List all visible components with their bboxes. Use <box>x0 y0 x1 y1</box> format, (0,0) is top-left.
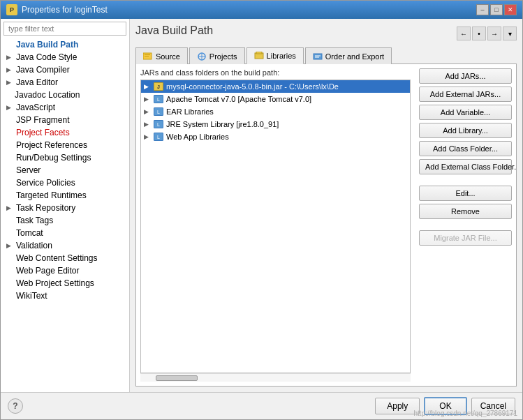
sidebar-item-label: Java Code Style <box>16 52 77 62</box>
tree-item-mysql[interactable]: ▶ J mysql-connector-java-5.0.8-bin.jar -… <box>141 80 410 93</box>
add-library-button[interactable]: Add Library... <box>419 123 512 138</box>
sidebar-item-javadoc-location[interactable]: Javadoc Location <box>1 89 129 101</box>
sidebar-item-tomcat[interactable]: Tomcat <box>1 227 129 239</box>
sidebar-item-service-policies[interactable]: Service Policies <box>1 177 129 189</box>
sidebar-item-label: Java Editor <box>16 77 58 87</box>
sidebar-item-label: WikiText <box>16 291 47 301</box>
sidebar-item-task-tags[interactable]: Task Tags <box>1 214 129 227</box>
panel-header: Java Build Path ← • → ▾ <box>135 24 517 43</box>
sidebar-item-project-facets[interactable]: Project Facets <box>1 126 129 139</box>
sidebar-item-server[interactable]: Server <box>1 164 129 177</box>
main-panel: Java Build Path ← • → ▾ Source <box>130 19 522 392</box>
title-controls: – □ ✕ <box>476 4 517 15</box>
tree-item-jre[interactable]: ▶ L JRE System Library [jre1.8.0_91] <box>141 118 410 130</box>
title-bar-left: P Properties for loginTest <box>6 4 108 15</box>
horizontal-scrollbar[interactable] <box>140 373 411 382</box>
add-jars-button[interactable]: Add JARs... <box>419 68 512 84</box>
tab-libraries[interactable]: Libraries <box>246 47 304 64</box>
sidebar-item-label: Validation <box>16 241 52 250</box>
tab-source-label: Source <box>156 52 180 61</box>
nav-back-button[interactable]: ← <box>457 27 471 40</box>
sidebar-item-label: JSP Fragment <box>16 115 69 125</box>
sidebar-item-javascript[interactable]: ▶ JavaScript <box>1 101 129 114</box>
sidebar-item-project-references[interactable]: Project References <box>1 139 129 151</box>
sidebar-item-wikitext[interactable]: WikiText <box>1 290 129 302</box>
minimize-button[interactable]: – <box>476 4 489 15</box>
lib-icon: L <box>154 94 163 104</box>
tab-projects[interactable]: Projects <box>189 47 245 64</box>
nav-separator: • <box>472 27 486 40</box>
btn-spacer-2 <box>419 222 512 227</box>
maximize-button[interactable]: □ <box>490 4 503 15</box>
tab-projects-label: Projects <box>209 52 237 61</box>
scrollbar-thumb[interactable] <box>156 375 198 381</box>
lib-icon: L <box>154 119 163 129</box>
sidebar-item-label: Targeted Runtimes <box>16 190 87 200</box>
sidebar-item-task-repository[interactable]: ▶ Task Repository <box>1 202 129 214</box>
sidebar-item-web-page-editor[interactable]: Web Page Editor <box>1 264 129 277</box>
tree-item-label: EAR Libraries <box>166 107 214 116</box>
sidebar-item-targeted-runtimes[interactable]: Targeted Runtimes <box>1 189 129 202</box>
tree-item-tomcat[interactable]: ▶ L Apache Tomcat v7.0 [Apache Tomcat v7… <box>141 93 410 105</box>
migrate-jar-button[interactable]: Migrate JAR File... <box>419 230 512 246</box>
tree-item-label: JRE System Library [jre1.8.0_91] <box>166 120 279 128</box>
button-panel: Add JARs... Add External JARs... Add Var… <box>415 64 516 386</box>
source-icon <box>143 52 153 61</box>
sidebar-item-web-project-settings[interactable]: Web Project Settings <box>1 277 129 290</box>
help-button[interactable]: ? <box>8 398 23 414</box>
btn-spacer <box>419 177 512 183</box>
tree-item-web-app-libraries[interactable]: ▶ L Web App Libraries <box>141 130 410 143</box>
lib-icon: L <box>154 132 163 142</box>
arrow-icon: ▶ <box>6 104 13 111</box>
sidebar-item-label: Web Page Editor <box>16 266 80 276</box>
sidebar-item-web-content-settings[interactable]: Web Content Settings <box>1 252 129 264</box>
arrow-icon: ▶ <box>6 66 13 73</box>
sidebar-item-java-editor[interactable]: ▶ Java Editor <box>1 76 129 89</box>
svg-rect-2 <box>145 56 149 57</box>
sidebar-item-label: Javadoc Location <box>15 90 80 100</box>
projects-icon <box>197 52 207 61</box>
jar-panel: JARs and class folders on the build path… <box>136 64 415 386</box>
tab-order-export-label: Order and Export <box>325 52 384 61</box>
sidebar-item-run-debug-settings[interactable]: Run/Debug Settings <box>1 151 129 164</box>
properties-dialog: P Properties for loginTest – □ ✕ Java Bu… <box>0 0 523 420</box>
sidebar-item-validation[interactable]: ▶ Validation <box>1 239 129 252</box>
tab-libraries-label: Libraries <box>267 52 296 60</box>
dialog-body: Java Build Path ▶ Java Code Style ▶ Java… <box>1 19 522 392</box>
jar-tree: ▶ J mysql-connector-java-5.0.8-bin.jar -… <box>140 80 411 373</box>
tab-order-export[interactable]: Order and Export <box>305 47 392 64</box>
sidebar-item-jsp-fragment[interactable]: JSP Fragment <box>1 114 129 126</box>
add-class-folder-button[interactable]: Add Class Folder... <box>419 141 512 156</box>
add-external-class-folder-button[interactable]: Add External Class Folder... <box>419 159 512 174</box>
footer-left: ? <box>8 398 23 414</box>
filter-input[interactable] <box>3 22 126 36</box>
sidebar-item-label: Project Facets <box>16 128 70 137</box>
arrow-icon: ▶ <box>6 54 13 61</box>
panel-title: Java Build Path <box>135 24 213 37</box>
sidebar-item-label: Run/Debug Settings <box>16 153 91 163</box>
tree-item-ear-libraries[interactable]: ▶ L EAR Libraries <box>141 105 410 118</box>
dialog-title: Properties for loginTest <box>22 5 108 15</box>
sidebar-item-label: Server <box>16 165 40 175</box>
nav-dropdown-button[interactable]: ▾ <box>503 27 517 40</box>
sidebar-item-java-code-style[interactable]: ▶ Java Code Style <box>1 51 129 63</box>
content-area: JARs and class folders on the build path… <box>135 64 517 387</box>
sidebar-item-java-build-path[interactable]: Java Build Path <box>1 38 129 51</box>
add-variable-button[interactable]: Add Variable... <box>419 105 512 120</box>
add-external-jars-button[interactable]: Add External JARs... <box>419 87 512 102</box>
remove-button[interactable]: Remove <box>419 204 512 219</box>
tab-source[interactable]: Source <box>135 47 188 64</box>
close-button[interactable]: ✕ <box>504 4 517 15</box>
sidebar-item-java-compiler[interactable]: ▶ Java Compiler <box>1 63 129 76</box>
nav-forward-button[interactable]: → <box>487 27 501 40</box>
arrow-icon: ▶ <box>6 242 13 249</box>
edit-button[interactable]: Edit... <box>419 186 512 201</box>
sidebar-item-label: Task Tags <box>16 216 53 225</box>
arrow-icon: ▶ <box>6 79 13 86</box>
svg-rect-8 <box>314 54 322 59</box>
tabs: Source Projects Libraries <box>135 47 517 64</box>
nav-arrows: ← • → ▾ <box>457 27 517 40</box>
sidebar-item-label: Project References <box>16 140 87 150</box>
sidebar-item-label: Web Content Settings <box>16 253 98 263</box>
tree-arrow-icon: ▶ <box>144 96 151 103</box>
